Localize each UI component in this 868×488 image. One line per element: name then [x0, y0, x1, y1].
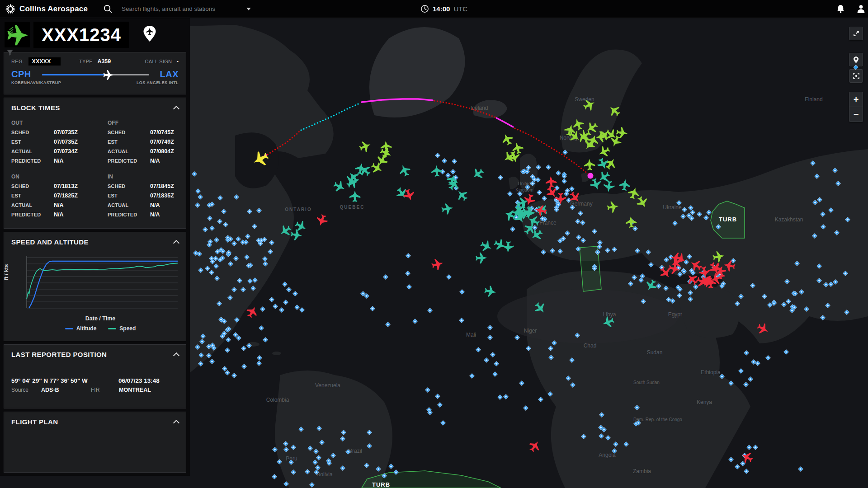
- search-category-caret-icon[interactable]: [246, 8, 251, 10]
- flight-tracking-app: ONTARIOQUEBECNorwaySwedenFinlandIcelandU…: [0, 0, 868, 488]
- svg-text:Dem. Rep. of the Congo: Dem. Rep. of the Congo: [633, 417, 682, 422]
- zoom-controls: + −: [849, 92, 863, 122]
- callsign-label: CALL SIGN: [145, 59, 172, 64]
- utc-time: 14:00: [433, 5, 450, 13]
- type-value: A359: [97, 58, 111, 65]
- speed-altitude-panel: SPEED AND ALTITUDE ft / kts Date / Time …: [4, 232, 186, 341]
- reg-label: REG.: [11, 59, 24, 64]
- flight-header: XXX1234: [0, 18, 190, 52]
- svg-text:TURB: TURB: [719, 216, 737, 223]
- brand-name: Collins Aerospace: [19, 5, 88, 14]
- source-label: Source: [11, 387, 41, 393]
- brand-logo: Collins Aerospace: [5, 4, 88, 14]
- locate-flight-pin-icon[interactable]: [143, 25, 156, 44]
- position-coordinates: 59° 04' 29" N 77° 36' 50" W: [11, 377, 118, 384]
- chart-x-axis-label: Date / Time: [15, 315, 186, 322]
- svg-text:Niger: Niger: [524, 328, 537, 334]
- flight-title: XXX1234: [33, 22, 129, 48]
- chart-legend: AltitudeSpeed: [15, 325, 186, 332]
- notifications-bell-icon[interactable]: [836, 4, 845, 14]
- search-icon[interactable]: [103, 4, 113, 14]
- chart-y-axis-label: ft / kts: [3, 264, 9, 280]
- svg-text:Finland: Finland: [805, 96, 822, 103]
- fir-label: FIR: [91, 387, 119, 393]
- route-progress-bar: [42, 70, 149, 80]
- tracked-aircraft-icon: [5, 23, 29, 47]
- collapse-chevron-icon[interactable]: [173, 419, 179, 426]
- svg-text:Kazakhstan: Kazakhstan: [775, 216, 803, 223]
- fit-bounds-button[interactable]: [849, 69, 863, 83]
- svg-text:Mali: Mali: [466, 332, 476, 338]
- route-origin-code: CPH: [11, 69, 31, 80]
- svg-text:QUEBEC: QUEBEC: [340, 205, 365, 210]
- type-label: TYPE: [79, 59, 93, 64]
- zoom-in-button[interactable]: +: [849, 92, 863, 107]
- block-times-group-in: INSCHED07/1845ZEST07/1835ZACTUALN/APREDI…: [108, 174, 179, 220]
- zoom-out-button[interactable]: −: [849, 107, 863, 122]
- top-bar: Collins Aerospace 14:00 UTC: [0, 0, 868, 18]
- position-datetime: 06/07/23 13:48: [118, 377, 179, 384]
- aircraft-badge: [5, 22, 30, 47]
- block-times-panel: BLOCK TIMES OUTSCHED07/0735ZEST07/0735ZA…: [4, 98, 186, 229]
- source-value: ADS-B: [41, 387, 91, 393]
- svg-text:TURB: TURB: [372, 481, 390, 488]
- svg-text:Zambia: Zambia: [633, 468, 651, 474]
- fir-value: MONTREAL: [119, 387, 179, 393]
- selected-station-indicator-icon: [853, 65, 859, 70]
- route-progress: CPH LAX: [11, 69, 179, 80]
- route-dest-code: LAX: [160, 69, 179, 80]
- svg-text:Sweden: Sweden: [575, 96, 594, 103]
- legend-altitude: Altitude: [65, 325, 97, 332]
- origin-airport-name: KOBENHAVN/KASTRUP: [11, 80, 61, 85]
- filter-funnel-icon[interactable]: [6, 49, 14, 56]
- altitude-speed-chart: ft / kts Date / Time AltitudeSpeed: [4, 254, 186, 332]
- flight-info-panel: REG. XXXXX TYPE A359 CALL SIGN - CPH: [4, 52, 186, 94]
- dest-airport-name: LOS ANGELES INTL: [137, 80, 179, 85]
- block-times-group-out: OUTSCHED07/0735ZEST07/0735ZACTUAL07/0734…: [11, 120, 108, 166]
- block-times-header[interactable]: BLOCK TIMES: [4, 98, 186, 115]
- block-times-group-off: OFFSCHED07/0745ZEST07/0749ZACTUAL07/0804…: [108, 120, 179, 166]
- collapse-chevron-icon[interactable]: [173, 352, 179, 358]
- svg-text:Kenya: Kenya: [697, 399, 712, 405]
- collapse-chevron-icon[interactable]: [173, 239, 179, 246]
- clock-icon: [420, 5, 429, 13]
- svg-text:Libya: Libya: [603, 311, 616, 318]
- origin-dot: [588, 173, 594, 179]
- svg-text:Brazil: Brazil: [349, 448, 362, 454]
- svg-text:United: United: [518, 181, 531, 186]
- svg-text:Chad: Chad: [584, 343, 597, 349]
- flight-plan-header[interactable]: FLIGHT PLAN: [4, 412, 186, 429]
- svg-text:Egypt: Egypt: [668, 311, 682, 318]
- last-position-header[interactable]: LAST REPORTED POSITION: [4, 345, 186, 362]
- block-times-group-on: ONSCHED07/1813ZEST07/1825ZACTUALN/APREDI…: [11, 174, 108, 220]
- speed-altitude-header[interactable]: SPEED AND ALTITUDE: [4, 232, 186, 249]
- svg-text:Iceland: Iceland: [471, 105, 488, 111]
- search-input[interactable]: [121, 5, 254, 13]
- callsign-value: -: [177, 58, 179, 65]
- flight-plan-panel: FLIGHT PLAN: [4, 412, 186, 473]
- route-plane-icon: [103, 70, 114, 80]
- collins-logo-icon: [5, 4, 15, 14]
- svg-text:ONTARIO: ONTARIO: [285, 207, 311, 212]
- last-position-panel: LAST REPORTED POSITION 59° 04' 29" N 77°…: [4, 344, 186, 408]
- chart-line-altitude: [29, 261, 178, 308]
- search-bar: [103, 0, 254, 18]
- svg-text:Kingdom: Kingdom: [515, 188, 533, 192]
- svg-text:South Sudan: South Sudan: [633, 380, 660, 385]
- svg-text:Colombia: Colombia: [266, 397, 289, 403]
- flight-detail-sidebar: XXX1234 REG. XXXXX TYPE A359: [0, 18, 190, 476]
- block-times-grid: OUTSCHED07/0735ZEST07/0735ZACTUAL07/0734…: [4, 115, 186, 227]
- svg-text:Venezuela: Venezuela: [315, 382, 340, 389]
- utc-clock: 14:00 UTC: [420, 0, 467, 18]
- legend-speed: Speed: [108, 325, 136, 332]
- expand-map-button[interactable]: [849, 27, 863, 40]
- user-profile-icon[interactable]: [856, 4, 866, 14]
- utc-label: UTC: [453, 5, 467, 13]
- svg-text:Sudan: Sudan: [647, 349, 663, 356]
- svg-text:Ethiopia: Ethiopia: [701, 369, 721, 375]
- reg-value: XXXXX: [28, 57, 61, 66]
- svg-text:Angola: Angola: [599, 452, 616, 458]
- collapse-chevron-icon[interactable]: [173, 105, 179, 112]
- chart-line-speed: [27, 263, 178, 299]
